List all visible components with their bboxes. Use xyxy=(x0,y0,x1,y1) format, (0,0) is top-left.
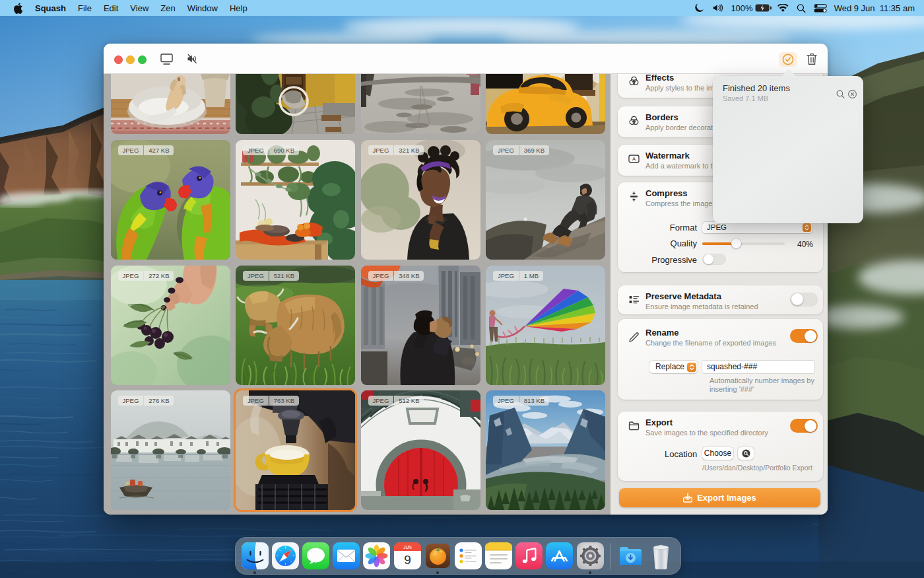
svg-text:9: 9 xyxy=(404,553,411,567)
svg-text:A: A xyxy=(632,156,636,162)
svg-text:JUN: JUN xyxy=(403,545,412,550)
